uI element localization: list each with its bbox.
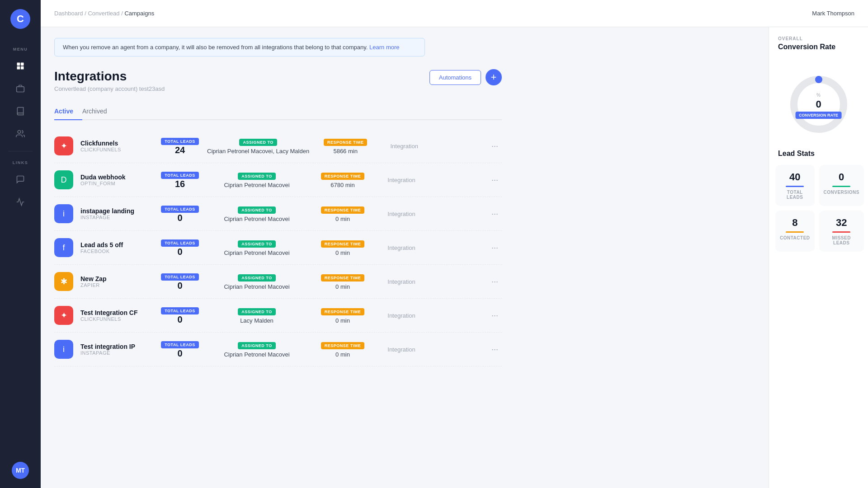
stat-bar — [832, 231, 850, 233]
stats-grid: 40 TOTAL LEADS 0 CONVERSIONS 8 CONTACTED… — [769, 165, 868, 252]
svg-point-5 — [18, 131, 21, 134]
svg-rect-1 — [21, 63, 24, 66]
col-leads: TOTAL LEADS 0 — [153, 204, 207, 223]
response-time: 5866 min — [309, 148, 382, 155]
col-type: Integration — [382, 143, 427, 150]
avatar[interactable]: MT — [12, 462, 29, 479]
col-response: RESPONSE TIME 0 min — [307, 341, 379, 358]
add-button[interactable]: + — [486, 69, 502, 85]
col-leads: TOTAL LEADS 0 — [153, 238, 207, 257]
integration-type: ZAPIER — [80, 282, 153, 288]
more-options-button[interactable]: ··· — [488, 241, 502, 254]
donut-center: % 0 CONVERSION RATE — [795, 90, 842, 118]
more-options-button[interactable]: ··· — [488, 343, 502, 356]
table-row: ✦ Clickfunnels CLICKFUNNELS TOTAL LEADS … — [54, 129, 502, 163]
integration-info: Lead ads 5 off FACEBOOK — [80, 241, 153, 254]
stat-label: MISSED LEADS — [824, 235, 859, 245]
integration-info: Duda webhook OPTIN_FORM — [80, 174, 153, 186]
total-leads-badge: TOTAL LEADS — [161, 273, 199, 281]
more-options-button[interactable]: ··· — [488, 207, 502, 221]
assignee-name: Ciprian Petronel Macovei, Lacy Malden — [207, 148, 309, 155]
automations-button[interactable]: Automations — [429, 70, 481, 85]
leads-count: 24 — [153, 145, 207, 155]
col-actions: ··· — [488, 140, 502, 153]
more-options-button[interactable]: ··· — [488, 309, 502, 322]
integration-icon: ✱ — [54, 272, 73, 291]
stat-bar — [786, 186, 804, 187]
table-row: f Lead ads 5 off FACEBOOK TOTAL LEADS 0 … — [54, 231, 502, 265]
assignee-name: Ciprian Petronel Macovei — [207, 182, 307, 188]
assignee-name: Lacy Malden — [207, 317, 307, 324]
sidebar-item-chat[interactable] — [10, 169, 30, 189]
alert-link[interactable]: Learn more — [369, 44, 399, 51]
lead-stats-title: Lead Stats — [769, 150, 815, 158]
overall-label: OVERALL — [769, 36, 803, 41]
main-content: When you remove an agent from a company,… — [41, 27, 769, 488]
col-response: RESPONSE TIME 0 min — [307, 307, 379, 324]
right-panel: OVERALL Conversion Rate × % 0 CONVERSION… — [769, 27, 868, 488]
col-actions: ··· — [488, 343, 502, 356]
integration-name: New Zap — [80, 275, 153, 282]
col-type: Integration — [379, 346, 424, 353]
sidebar-item-analytics[interactable] — [10, 192, 30, 212]
page-subtitle: Convertlead (company account) test23asd — [54, 85, 165, 92]
donut-chart: % 0 CONVERSION RATE — [787, 73, 850, 136]
assigned-to-badge: ASSIGNED TO — [238, 206, 275, 214]
col-actions: ··· — [488, 309, 502, 322]
stat-value: 0 — [824, 171, 859, 183]
integration-name: Lead ads 5 off — [80, 241, 153, 249]
response-time: 0 min — [307, 249, 379, 256]
col-actions: ··· — [488, 241, 502, 254]
sidebar-divider — [8, 151, 33, 151]
table-row: i Test integration IP INSTAPAGE TOTAL LE… — [54, 333, 502, 366]
more-options-button[interactable]: ··· — [488, 140, 502, 153]
total-leads-badge: TOTAL LEADS — [161, 138, 199, 145]
leads-count: 0 — [153, 213, 207, 223]
response-time: 6780 min — [307, 182, 379, 188]
response-time: 0 min — [307, 216, 379, 222]
svg-rect-3 — [21, 66, 24, 70]
more-options-button[interactable]: ··· — [488, 275, 502, 288]
tab-active[interactable]: Active — [54, 103, 82, 120]
sidebar-item-book[interactable] — [10, 101, 30, 121]
integration-info: instapage landing INSTAPAGE — [80, 207, 153, 220]
sidebar-item-person[interactable] — [10, 124, 30, 144]
integration-info: Clickfunnels CLICKFUNNELS — [80, 140, 153, 152]
leads-count: 0 — [153, 314, 207, 325]
col-assigned: ASSIGNED TO Ciprian Petronel Macovei, La… — [207, 137, 309, 155]
col-assigned: ASSIGNED TO Lacy Malden — [207, 307, 307, 324]
tab-archived[interactable]: Archived — [82, 103, 116, 120]
assigned-to-badge: ASSIGNED TO — [238, 240, 275, 248]
col-leads: TOTAL LEADS 0 — [153, 272, 207, 291]
more-options-button[interactable]: ··· — [488, 174, 502, 187]
integration-icon: ✦ — [54, 306, 73, 325]
svg-rect-4 — [17, 87, 24, 92]
integration-info: New Zap ZAPIER — [80, 275, 153, 288]
breadcrumb-current: Campaigns — [124, 10, 154, 17]
svg-rect-0 — [17, 63, 20, 66]
leads-count: 0 — [153, 348, 207, 359]
sidebar-item-dashboard[interactable] — [10, 56, 30, 76]
assignee-name: Ciprian Petronel Macovei — [207, 351, 307, 358]
stat-card: 8 CONTACTED — [775, 211, 815, 252]
col-leads: TOTAL LEADS 0 — [153, 340, 207, 359]
integration-name: Duda webhook — [80, 174, 153, 181]
integration-type: OPTIN_FORM — [80, 181, 153, 186]
col-assigned: ASSIGNED TO Ciprian Petronel Macovei — [207, 205, 307, 222]
table-row: D Duda webhook OPTIN_FORM TOTAL LEADS 16… — [54, 163, 502, 197]
col-assigned: ASSIGNED TO Ciprian Petronel Macovei — [207, 239, 307, 256]
sidebar-item-briefcase[interactable] — [10, 79, 30, 99]
stat-card: 0 CONVERSIONS — [819, 165, 864, 206]
stat-value: 8 — [780, 217, 810, 229]
response-time-badge: RESPONSE TIME — [321, 240, 365, 248]
integration-name: Test integration IP — [80, 343, 153, 350]
stat-card: 32 MISSED LEADS — [819, 211, 864, 252]
col-response: RESPONSE TIME 5866 min — [309, 137, 382, 155]
main-wrapper: Dashboard / Convertlead / Campaigns Mark… — [41, 0, 868, 488]
col-response: RESPONSE TIME 0 min — [307, 273, 379, 290]
integration-info: Test integration IP INSTAPAGE — [80, 343, 153, 356]
leads-count: 16 — [153, 179, 207, 189]
assigned-to-badge: ASSIGNED TO — [238, 342, 275, 349]
integration-icon: i — [54, 340, 73, 359]
col-leads: TOTAL LEADS 16 — [153, 170, 207, 189]
